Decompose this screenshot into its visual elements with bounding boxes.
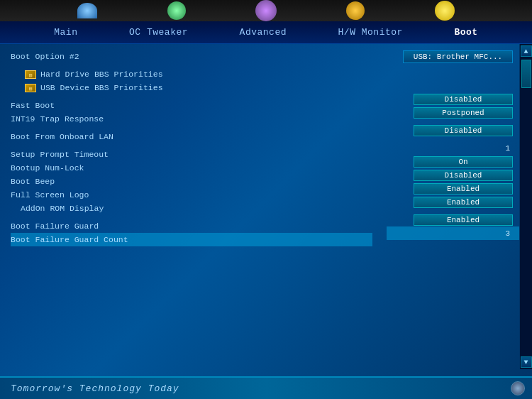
boot-failure-count-value: 3 (502, 229, 513, 239)
addon-rom-value-row: Enabled (387, 195, 528, 209)
bios-screen: Main OC Tweaker Advanced H/W Monitor Boo… (0, 0, 532, 399)
main-content: Boot Option #2 ▤ Hard Drive BBS Prioriti… (0, 44, 532, 369)
boot-beep-value[interactable]: Disabled (414, 170, 513, 181)
top-icon-3 (255, 0, 277, 21)
addon-rom-value[interactable]: Enabled (414, 197, 513, 208)
boot-lan-row: Boot From Onboard LAN (11, 130, 372, 143)
boot-lan-value-row: Disabled (387, 124, 528, 137)
usb-value-row: USB: Brother MFC... (387, 50, 528, 64)
int19-value[interactable]: Postponed (414, 107, 513, 119)
int19-row: INT19 Trap Response (11, 112, 372, 126)
fast-boot-value-row: Disabled (387, 92, 528, 106)
settings-labels: Boot Option #2 ▤ Hard Drive BBS Prioriti… (0, 44, 383, 369)
usb-device-bbs-row[interactable]: ▤ USB Device BBS Priorities (11, 81, 372, 94)
scroll-up-button[interactable]: ▲ (521, 45, 532, 57)
boot-failure-guard-count-label: Boot Failure Guard Count (11, 235, 128, 244)
boot-beep-label: Boot Beep (11, 177, 55, 186)
boot-failure-guard-count-row[interactable]: Boot Failure Guard Count (11, 233, 372, 246)
numlock-value[interactable]: On (414, 156, 513, 168)
top-icons-bar (0, 0, 532, 21)
scrollbar[interactable]: ▲ ▼ (519, 44, 532, 369)
fast-boot-value[interactable]: Disabled (414, 94, 513, 105)
int19-value-row: Postponed (387, 106, 528, 119)
full-screen-logo-label: Full Screen Logo (11, 190, 89, 200)
nav-bar: Main OC Tweaker Advanced H/W Monitor Boo… (0, 21, 532, 44)
boot-option-label: Boot Option #2 (11, 52, 79, 61)
setup-prompt-row: Setup Prompt Timeout (11, 148, 372, 161)
fast-boot-label: Fast Boot (11, 101, 55, 110)
top-icon-1 (77, 3, 97, 18)
boot-failure-guard-value[interactable]: Enabled (414, 214, 513, 226)
boot-lan-value[interactable]: Disabled (414, 125, 513, 136)
hard-drive-bbs-row[interactable]: ▤ Hard Drive BBS Priorities (11, 67, 372, 81)
addon-rom-row: AddOn ROM Display (11, 202, 372, 215)
values-area: USB: Brother MFC... Disabled Postponed D… (383, 44, 532, 369)
usb-device-label: USB Device BBS Priorities (40, 83, 163, 92)
full-screen-value-row: Enabled (387, 182, 528, 195)
drive-icon-1: ▤ (25, 70, 36, 79)
scroll-thumb[interactable] (521, 60, 531, 88)
usb-value[interactable]: USB: Brother MFC... (403, 50, 513, 63)
drive-icon-2: ▤ (25, 84, 36, 92)
setup-prompt-value-row: 1 (387, 141, 528, 155)
fast-boot-row: Fast Boot (11, 99, 372, 112)
full-screen-logo-row: Full Screen Logo (11, 188, 372, 202)
full-screen-value[interactable]: Enabled (414, 183, 513, 195)
boot-failure-guard-row: Boot Failure Guard (11, 219, 372, 233)
boot-failure-guard-label: Boot Failure Guard (11, 222, 99, 231)
scroll-down-button[interactable]: ▼ (521, 356, 532, 368)
setup-prompt-label: Setup Prompt Timeout (11, 150, 109, 159)
int19-label: INT19 Trap Response (11, 114, 104, 124)
boot-failure-count-value-row: 3 (387, 226, 528, 240)
boot-option-row: Boot Option #2 (11, 50, 372, 63)
nav-main[interactable]: Main (48, 26, 83, 39)
nav-boot[interactable]: Boot (448, 26, 483, 39)
numlock-value-row: On (387, 155, 528, 168)
nav-oc-tweaker[interactable]: OC Tweaker (123, 26, 194, 39)
boot-beep-value-row: Disabled (387, 168, 528, 182)
addon-rom-label: AddOn ROM Display (21, 204, 104, 213)
top-icon-4 (346, 1, 365, 20)
bootup-numlock-label: Bootup Num-Lock (11, 163, 84, 173)
bootup-numlock-row: Bootup Num-Lock (11, 161, 372, 175)
hard-drive-label: Hard Drive BBS Priorities (40, 70, 163, 79)
nav-hw-monitor[interactable]: H/W Monitor (333, 26, 409, 39)
top-icon-2 (167, 1, 186, 20)
top-icon-5 (435, 1, 455, 21)
boot-beep-row: Boot Beep (11, 175, 372, 188)
nav-advanced[interactable]: Advanced (234, 26, 292, 39)
footer-bar: Tomorrow's Technology Today (0, 376, 532, 399)
boot-lan-label: Boot From Onboard LAN (11, 132, 113, 141)
footer-circle (511, 381, 525, 395)
footer-text: Tomorrow's Technology Today (11, 383, 179, 394)
setup-prompt-value: 1 (502, 143, 513, 153)
boot-failure-guard-value-row: Enabled (387, 213, 528, 226)
